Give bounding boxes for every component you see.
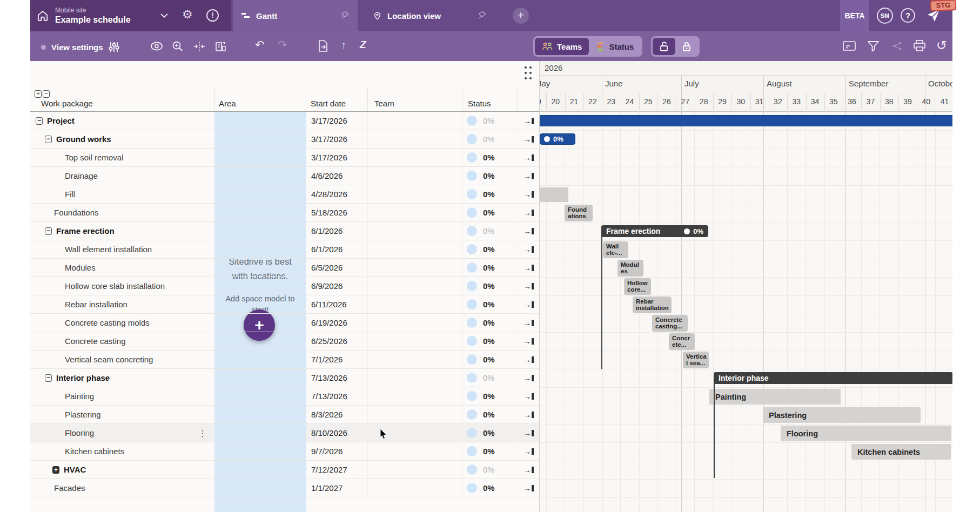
status-cell[interactable]: 0%: [462, 424, 518, 442]
kebab-menu-icon[interactable]: ⋮: [198, 428, 207, 439]
table-row[interactable]: Fill 4/28/2026 0% →: [30, 185, 539, 204]
go-to-bar-cell[interactable]: →: [518, 461, 539, 479]
work-package-cell[interactable]: Flooring⋮: [30, 424, 214, 442]
zoom-icon[interactable]: [172, 41, 184, 52]
go-to-bar-cell[interactable]: →: [518, 332, 539, 350]
go-to-bar-cell[interactable]: →: [518, 442, 539, 460]
gantt-bar-task[interactable]: Kitchen cabinets: [851, 444, 951, 460]
team-cell[interactable]: [367, 259, 462, 277]
area-cell[interactable]: [214, 185, 306, 203]
go-to-bar-cell[interactable]: →: [518, 240, 539, 258]
tab-gantt[interactable]: Gantt: [233, 0, 358, 31]
area-cell[interactable]: [214, 369, 306, 387]
undo-icon[interactable]: ↶: [255, 38, 265, 51]
table-row[interactable]: +HVAC 7/12/2027 0% →: [30, 461, 539, 479]
team-cell[interactable]: [367, 130, 462, 148]
go-to-bar-cell[interactable]: →: [518, 424, 539, 442]
col-header-work-package[interactable]: Work package: [41, 99, 93, 112]
start-date-cell[interactable]: 4/28/2026: [306, 185, 367, 203]
table-row[interactable]: Vertical seam concreting 7/1/2026 0% →: [30, 351, 539, 369]
start-date-cell[interactable]: 6/9/2026: [306, 277, 367, 295]
gantt-bar-task[interactable]: Flooring: [781, 426, 951, 441]
go-to-bar-cell[interactable]: →: [518, 277, 539, 295]
table-row[interactable]: Plastering 8/3/2026 0% →: [30, 406, 539, 424]
go-to-bar-cell[interactable]: →: [518, 406, 539, 423]
go-to-bar-cell[interactable]: →: [518, 387, 539, 405]
go-to-bar-cell[interactable]: →: [518, 204, 539, 221]
home-icon[interactable]: [30, 9, 55, 23]
area-cell[interactable]: [214, 461, 306, 479]
team-cell[interactable]: [367, 222, 462, 240]
table-row[interactable]: −Ground works 3/17/2026 0% →: [30, 130, 539, 149]
work-package-cell[interactable]: −Frame erection: [30, 222, 214, 240]
table-row[interactable]: Wall element installation 6/1/2026 0% →: [30, 240, 539, 259]
start-date-cell[interactable]: 3/17/2026: [306, 149, 367, 166]
work-package-cell[interactable]: Concrete casting: [30, 332, 214, 350]
work-package-cell[interactable]: Kitchen cabinets: [30, 442, 214, 460]
collapse-icon[interactable]: −: [36, 117, 43, 125]
work-package-cell[interactable]: Modules: [30, 259, 214, 277]
team-cell[interactable]: [367, 277, 462, 295]
go-to-bar-cell[interactable]: →: [518, 167, 539, 185]
go-to-bar-cell[interactable]: →: [518, 314, 539, 332]
status-cell[interactable]: 0%: [462, 461, 518, 479]
work-package-cell[interactable]: Wall element installation: [30, 240, 214, 258]
gantt-bar-task[interactable]: Modul es: [617, 260, 643, 277]
area-cell[interactable]: [214, 277, 306, 295]
work-package-cell[interactable]: Painting: [30, 387, 214, 405]
team-cell[interactable]: [367, 442, 462, 460]
area-cell[interactable]: [214, 314, 306, 332]
status-toggle[interactable]: Status: [589, 38, 641, 55]
work-package-cell[interactable]: Plastering: [30, 406, 214, 423]
area-cell[interactable]: [214, 240, 306, 258]
status-cell[interactable]: 0%: [462, 387, 518, 405]
redo-icon[interactable]: ↷: [278, 38, 287, 51]
area-cell[interactable]: [214, 149, 306, 166]
col-header-start-date[interactable]: Start date: [311, 99, 346, 112]
gantt-bar-task[interactable]: Rebar installation: [633, 297, 672, 313]
start-date-cell[interactable]: 7/13/2026: [306, 369, 367, 387]
gantt-bar-task[interactable]: Plastering: [763, 407, 921, 423]
avatar[interactable]: SM: [877, 8, 893, 24]
area-cell[interactable]: [214, 130, 306, 148]
expand-all-icon[interactable]: +: [35, 90, 42, 98]
gantt-bar-task[interactable]: Painting: [709, 389, 841, 405]
table-row[interactable]: Painting 7/13/2026 0% →: [30, 387, 539, 406]
start-date-cell[interactable]: 6/19/2026: [306, 314, 367, 332]
gear-icon[interactable]: ⚙: [182, 8, 193, 22]
go-to-bar-cell[interactable]: →: [518, 130, 539, 148]
work-package-cell[interactable]: Fill: [30, 185, 214, 203]
panel-icon[interactable]: [843, 41, 856, 51]
work-package-cell[interactable]: Hollow core slab installation: [30, 277, 214, 295]
go-to-bar-cell[interactable]: →: [518, 479, 539, 497]
area-cell[interactable]: [214, 387, 306, 405]
site-title[interactable]: Mobile site Example schedule: [55, 6, 131, 25]
team-cell[interactable]: [367, 387, 462, 405]
work-package-cell[interactable]: Facades: [30, 479, 214, 497]
status-cell[interactable]: 0%: [462, 314, 518, 332]
table-row[interactable]: −Interior phase 7/13/2026 0% →: [30, 369, 539, 387]
start-date-cell[interactable]: 8/3/2026: [306, 406, 367, 423]
gantt-bar-phase[interactable]: Interior phase: [714, 372, 952, 384]
area-cell[interactable]: [214, 259, 306, 277]
collapse-icon[interactable]: −: [45, 227, 52, 235]
area-cell[interactable]: [214, 479, 306, 497]
team-cell[interactable]: [367, 204, 462, 221]
gantt-bar-project[interactable]: [540, 115, 952, 126]
start-date-cell[interactable]: 7/13/2026: [306, 387, 367, 405]
start-date-cell[interactable]: 4/6/2026: [306, 167, 367, 185]
gantt-bar-summary[interactable]: 0%: [540, 133, 575, 145]
table-row[interactable]: −Project 3/17/2026 0% →: [30, 112, 539, 130]
status-cell[interactable]: 0%: [462, 204, 518, 221]
go-to-bar-cell[interactable]: →: [518, 222, 539, 240]
go-to-bar-cell[interactable]: →: [518, 259, 539, 277]
status-cell[interactable]: 0%: [462, 479, 518, 497]
lock-icon[interactable]: [675, 38, 698, 55]
work-package-cell[interactable]: Foundations: [30, 204, 214, 221]
status-cell[interactable]: 0%: [462, 167, 518, 185]
work-package-cell[interactable]: Drainage: [30, 167, 214, 185]
start-date-cell[interactable]: 6/11/2026: [306, 295, 367, 313]
start-date-cell[interactable]: 8/10/2026: [306, 424, 367, 442]
status-cell[interactable]: 0%: [462, 240, 518, 258]
status-cell[interactable]: 0%: [462, 406, 518, 423]
